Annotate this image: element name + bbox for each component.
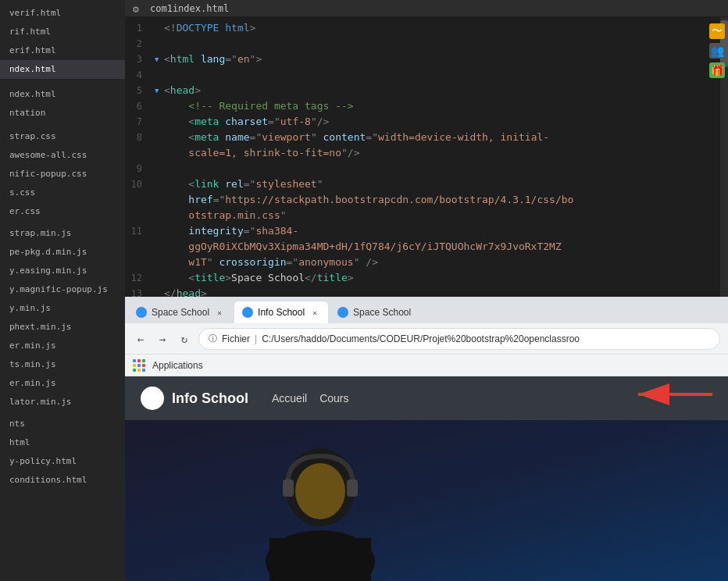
address-protocol: Fichier — [222, 333, 250, 344]
sidebar-item-nts[interactable]: nts — [0, 415, 125, 433]
browser-window: 🌐 Space School ✕ 🌐 Info School ✕ 🌐 Space… — [125, 297, 728, 581]
tab-title-3: Space School — [353, 307, 416, 318]
sidebar-item-lator[interactable]: lator.min.js — [0, 393, 125, 412]
sidebar-item-strap-css[interactable]: strap.css — [0, 127, 125, 146]
browser-bookmarks: Applications — [125, 355, 728, 376]
tab-title-1: Space School — [152, 307, 209, 318]
sidebar-item-ts-min[interactable]: ts.min.js — [0, 355, 125, 374]
code-line-13: 13 </head> — [125, 286, 705, 297]
site-nav-links: Accueil Cours — [272, 392, 349, 405]
sidebar-item-strap-js[interactable]: strap.min.js — [0, 224, 125, 243]
code-line-3: 3 ▼ <html lang="en"> — [125, 52, 705, 67]
browser-tab-space-school-1[interactable]: 🌐 Space School ✕ — [128, 301, 233, 323]
tab-close-2[interactable]: ✕ — [309, 307, 320, 318]
code-line-5: 5 ▼ <head> — [125, 83, 705, 98]
hero-image — [125, 420, 728, 581]
sidebar-item-s-css[interactable]: s.css — [0, 184, 125, 202]
address-path: C:/Users/haddo/Documents/CODEUR/Projet%2… — [262, 333, 580, 344]
code-line-11c: w1T" crossorigin="anonymous" /> — [125, 255, 705, 270]
sidebar-item-ntation[interactable]: ntation — [0, 104, 125, 123]
code-editor: 1 <!DOCTYPE html> 2 3 ▼ <html lang="en">… — [125, 17, 705, 297]
side-icon-orange[interactable]: 〜 — [709, 23, 725, 39]
apps-icon — [133, 359, 145, 372]
code-line-10c: otstrap.min.css" — [125, 208, 705, 223]
code-line-4: 4 — [125, 67, 705, 83]
sidebar-item-rif[interactable]: rif.html — [0, 23, 125, 41]
tab-favicon-1: 🌐 — [136, 307, 147, 318]
address-bar[interactable]: ⓘ Fichier | C:/Users/haddo/Documents/COD… — [198, 328, 720, 350]
sidebar-item-er-css[interactable]: er.css — [0, 202, 125, 221]
svg-rect-7 — [269, 538, 371, 581]
browser-addressbar: ← → ↻ ⓘ Fichier | C:/Users/haddo/Documen… — [125, 323, 728, 355]
side-icon-green[interactable]: 🎁 — [709, 62, 725, 78]
site-logo-text: Info School — [172, 390, 248, 407]
sidebar-item-awesome[interactable]: awesome-all.css — [0, 146, 125, 165]
code-line-2: 2 — [125, 36, 705, 52]
tab-close-1[interactable]: ✕ — [214, 307, 225, 318]
code-line-8b: scale=1, shrink-to-fit=no"/> — [125, 145, 705, 161]
code-line-6: 6 <!-- Required meta tags --> — [125, 98, 705, 114]
code-line-7: 7 <meta charset="utf-8"/> — [125, 114, 705, 130]
sidebar-item-verif[interactable]: verif.html — [0, 4, 125, 23]
site-logo-icon: 🖱 — [141, 387, 164, 410]
sidebar-item-conditions[interactable]: conditions.html — [0, 471, 125, 490]
svg-rect-4 — [347, 479, 358, 497]
svg-point-5 — [295, 463, 345, 519]
apps-button[interactable]: Applications — [133, 359, 203, 372]
info-icon: ⓘ — [209, 333, 217, 344]
sidebar-item-easing[interactable]: y.easing.min.js — [0, 262, 125, 280]
address-separator: | — [255, 333, 257, 344]
code-line-11: 11 integrity="sha384- — [125, 223, 705, 239]
tab-favicon-2: 🌐 — [242, 307, 253, 318]
sidebar-item-html[interactable]: html — [0, 433, 125, 452]
side-icon-gray[interactable]: 👥 — [709, 43, 725, 59]
sidebar-item-magnific[interactable]: y.magnific-popup.js — [0, 280, 125, 299]
code-line-1: 1 <!DOCTYPE html> — [125, 20, 705, 36]
browser-tab-space-school-2[interactable]: 🌐 Space School — [330, 301, 423, 323]
editor-filename: com1index.html — [150, 3, 229, 14]
code-line-12: 12 <title>Space School</title> — [125, 270, 705, 286]
back-button[interactable]: ← — [133, 331, 148, 347]
sidebar-item-ndex[interactable]: ndex.html — [0, 85, 125, 104]
sidebar-item-nific[interactable]: nific-popup.css — [0, 165, 125, 184]
nav-link-accueil[interactable]: Accueil — [272, 392, 307, 405]
tab-favicon-3: 🌐 — [337, 307, 348, 318]
code-line-10: 10 <link rel="stylesheet" — [125, 176, 705, 192]
sidebar-item-erif[interactable]: erif.html — [0, 41, 125, 60]
sidebar-item-index-active[interactable]: ndex.html — [0, 60, 125, 79]
sidebar-item-y-min[interactable]: y.min.js — [0, 299, 125, 318]
hero-person-svg — [203, 425, 437, 581]
sidebar: verif.html rif.html erif.html ndex.html … — [0, 0, 125, 581]
sidebar-item-phext[interactable]: phext.min.js — [0, 318, 125, 337]
site-logo: 🖱 Info School — [141, 387, 248, 410]
sidebar-item-pe-pkg[interactable]: pe-pkg.d.min.js — [0, 243, 125, 262]
refresh-button[interactable]: ↻ — [177, 331, 192, 347]
sidebar-item-empty — [0, 79, 125, 85]
nav-link-cours[interactable]: Cours — [319, 392, 348, 405]
browser-tab-info-school[interactable]: 🌐 Info School ✕ — [234, 301, 328, 323]
code-line-8: 8 <meta name="viewport" content="width=d… — [125, 130, 705, 145]
browser-tabs: 🌐 Space School ✕ 🌐 Info School ✕ 🌐 Space… — [125, 297, 728, 323]
sidebar-item-policy[interactable]: y-policy.html — [0, 452, 125, 471]
code-line-9: 9 — [125, 161, 705, 176]
sidebar-item-er-min2[interactable]: er.min.js — [0, 374, 125, 393]
arrow-annotation — [626, 375, 720, 417]
gear-icon[interactable]: ⚙ — [133, 3, 144, 14]
tab-title-2: Info School — [258, 307, 305, 318]
forward-button[interactable]: → — [155, 331, 170, 347]
code-line-11b: ggOyR0iXCbMQv3Xipma34MD+dH/1fQ784/j6cY/i… — [125, 239, 705, 255]
code-line-10b: href="https://stackpath.bootstrapcdn.com… — [125, 192, 705, 208]
editor-titlebar: ⚙ com1index.html — [125, 0, 728, 17]
site-hero — [125, 420, 728, 581]
svg-rect-3 — [283, 479, 294, 497]
sidebar-item-er-min[interactable]: er.min.js — [0, 337, 125, 355]
bookmarks-apps-label: Applications — [152, 360, 203, 371]
